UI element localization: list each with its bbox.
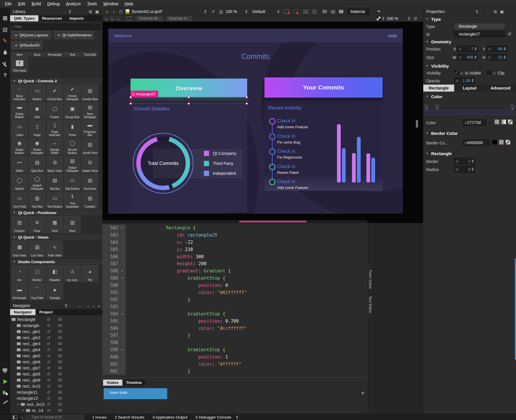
- export-icon[interactable]: ↺: [47, 317, 50, 322]
- fold-marker-icon[interactable]: ▼: [120, 224, 126, 232]
- canvas-vertical-scrollbar[interactable]: [416, 120, 418, 128]
- export-icon[interactable]: ↺: [47, 372, 50, 376]
- component-tile-button[interactable]: ▭Button: [29, 84, 46, 101]
- color-swatch[interactable]: [488, 119, 493, 124]
- expand-caret-icon[interactable]: ▼: [17, 403, 19, 406]
- navigator-item-rect-gle5[interactable]: rect...gle5↺: [10, 353, 103, 359]
- welcome-mode-icon[interactable]: ▦: [2, 14, 9, 21]
- navigator-item-rect-gle9[interactable]: rect...gle9↺: [10, 377, 103, 383]
- import-button-qtquick-layouts[interactable]: +QtQuick.Layouts: [12, 31, 51, 39]
- lock-icon[interactable]: [119, 8, 122, 15]
- stepper-icon[interactable]: [504, 47, 506, 51]
- library-panel-selector-spinner[interactable]: [69, 10, 71, 14]
- reset-zoom-icon[interactable]: ↺: [413, 15, 417, 22]
- code-line-587[interactable]: 587height: 200: [103, 260, 367, 267]
- opacity-field[interactable]: 1.00: [454, 77, 475, 84]
- component-tile-range-slider[interactable]: ↔Range Slider: [46, 138, 63, 155]
- output-pane-issues[interactable]: 1 Issues: [92, 415, 107, 419]
- component-tile-radio-button[interactable]: ◉Radio Button: [11, 138, 28, 155]
- form-editor-canvas[interactable]: Welcome Help Commits Overview rectangle2…: [103, 22, 423, 223]
- component-tile-text-field[interactable]: ▭Text Field: [11, 192, 28, 209]
- code-line-597[interactable]: 597}: [103, 332, 367, 339]
- export-icon[interactable]: ↺: [47, 408, 50, 413]
- x-field[interactable]: 7: [457, 46, 478, 52]
- menu-window[interactable]: Window: [100, 1, 122, 7]
- binding-icon[interactable]: [488, 55, 491, 60]
- close-panel-icon[interactable]: ▣: [95, 9, 99, 14]
- component-tile-triangle[interactable]: ▲Triangle: [46, 283, 63, 300]
- navigator-item-rectangle[interactable]: Rectangle↺: [10, 316, 103, 322]
- app-welcome-link[interactable]: Welcome: [114, 33, 132, 38]
- tab-timeline[interactable]: Timeline: [122, 380, 146, 386]
- component-tile-swipe-delegate[interactable]: ▤Swipe Delegate: [64, 156, 81, 173]
- properties-tab-layout[interactable]: Layout: [454, 85, 485, 92]
- section-header-qt-quick-views[interactable]: ▼Qt Quick - Views: [10, 235, 103, 240]
- properties-tab-advanced[interactable]: Advanced: [485, 85, 516, 92]
- library-filter-input[interactable]: [12, 24, 100, 30]
- component-tile-item-delegate[interactable]: ▤Item Delegate: [81, 102, 98, 119]
- output-pane-debugger-console[interactable]: 5 Debugger Console: [195, 415, 231, 419]
- export-icon[interactable]: ↺: [47, 384, 50, 389]
- code-line-601[interactable]: 601color: "#ffffff": [103, 360, 367, 368]
- scrollbar-handle[interactable]: [239, 221, 307, 222]
- component-tile-grid-view[interactable]: ▦Grid View: [11, 240, 28, 258]
- component-tile-tool-separator[interactable]: ‖Tool Separator: [64, 192, 81, 209]
- navigator-item-rect-gle1[interactable]: rect...gle1↺: [10, 328, 103, 334]
- visibility-eye-icon[interactable]: [58, 330, 62, 333]
- type-section-header[interactable]: ▼Type: [423, 16, 516, 22]
- binding-icon[interactable]: [456, 78, 459, 83]
- component-tile-row[interactable]: ▥Row: [64, 216, 81, 233]
- rectangle-section-header[interactable]: ▼Rectangle: [423, 150, 516, 157]
- navigator-item-rectangle12[interactable]: rectangle12↺: [10, 395, 103, 401]
- component-tile-switch[interactable]: ◯Switch: [11, 174, 28, 191]
- border-width-field[interactable]: 1: [454, 158, 475, 164]
- component-tile-dial[interactable]: ◉Dial: [29, 102, 46, 119]
- component-tile-pane[interactable]: ▮Pane: [64, 120, 81, 137]
- visibility-eye-icon[interactable]: [58, 348, 62, 351]
- fold-marker-icon[interactable]: ▼: [120, 346, 126, 354]
- component-tile-radio-delegate[interactable]: ◉Radio Delegate: [29, 138, 46, 155]
- binding-icon[interactable]: [488, 46, 491, 51]
- component-tile-iso-icon[interactable]: ⚠Iso Icon: [64, 265, 81, 282]
- binding-icon[interactable]: [460, 70, 463, 76]
- file-selector-spinner[interactable]: [204, 8, 207, 15]
- text-editor[interactable]: 582▼Rectangle {583id: rectangle25584x: -…: [103, 223, 367, 378]
- edit-mode-icon[interactable]: ▤: [2, 26, 9, 33]
- section-header-studio-components[interactable]: ▼Studio Components: [10, 259, 103, 264]
- component-tile-delay-button[interactable]: ▬Delay Button: [11, 102, 28, 119]
- code-line-594[interactable]: 594▼GradientStop {: [103, 311, 367, 318]
- visibility-eye-icon[interactable]: [58, 373, 62, 375]
- component-tile-busy-indicator[interactable]: ◌Busy Indicator: [11, 84, 28, 101]
- section-header-qt-quick-positioner[interactable]: ▼Qt Quick - Positioner: [10, 210, 103, 215]
- code-line-584[interactable]: 584x: -22: [103, 239, 367, 246]
- code-line-588[interactable]: 588▼gradient: Gradient {: [103, 267, 367, 275]
- gradient-stop-handle[interactable]: [425, 105, 428, 108]
- export-icon[interactable]: ↺: [47, 378, 50, 382]
- stepper-icon[interactable]: [472, 167, 474, 171]
- canvas-horizontal-scrollbar[interactable]: [103, 220, 367, 223]
- y-field[interactable]: 66: [487, 46, 507, 52]
- component-tile-frame[interactable]: ▢Frame: [46, 102, 63, 119]
- color-section-header[interactable]: ▼Color: [423, 93, 516, 100]
- snap-anchor-x-icon[interactable]: [105, 16, 109, 21]
- component-tile-tool-button[interactable]: ▭Tool Button: [46, 192, 63, 209]
- visibility-eye-icon[interactable]: [58, 379, 62, 381]
- output-pane-spinner[interactable]: [236, 415, 239, 419]
- component-tile-text-input[interactable]: Text Input: [11, 57, 28, 73]
- import-button-qt-saferenderer[interactable]: +Qt.SafeRenderer: [54, 31, 94, 39]
- override-height-button[interactable]: Override H...: [166, 16, 192, 21]
- reset-size-icon[interactable]: [293, 8, 298, 15]
- border-color-hex-field[interactable]: #000000: [463, 140, 490, 146]
- app-help-link[interactable]: Help: [388, 33, 397, 38]
- move-down-icon[interactable]: ↓: [93, 303, 95, 308]
- layout-row-icon[interactable]: [323, 8, 327, 15]
- component-tile-label[interactable]: ▭Label: [11, 120, 28, 137]
- kit-selector-icon[interactable]: [2, 367, 9, 374]
- export-icon[interactable]: ↺: [47, 323, 50, 328]
- menu-build[interactable]: Build: [28, 1, 44, 7]
- build-button[interactable]: [2, 400, 9, 407]
- menu-edit[interactable]: Edit: [15, 1, 28, 7]
- export-icon[interactable]: ↺: [47, 396, 50, 401]
- output-pane-search-results[interactable]: 2 Search Results: [115, 415, 144, 419]
- stepper-icon[interactable]: [504, 55, 506, 59]
